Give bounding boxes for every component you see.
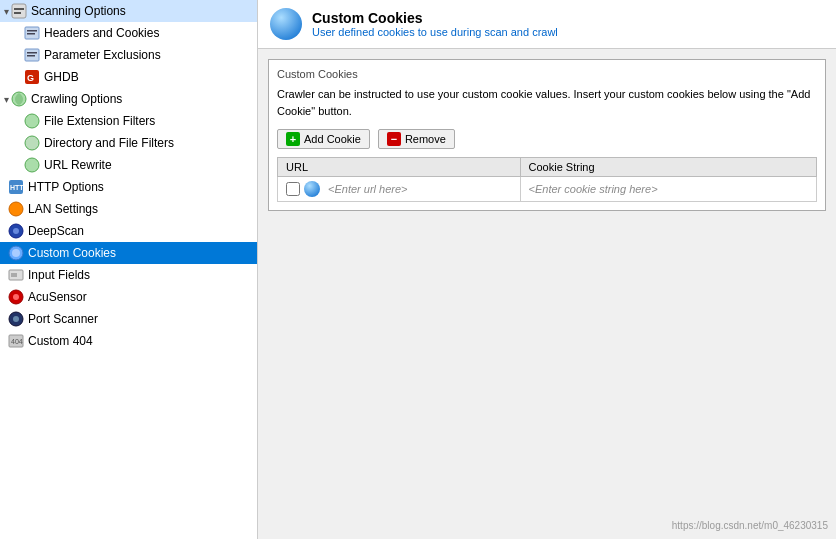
sidebar-item-deepscan[interactable]: DeepScan [0,220,257,242]
sidebar-item-headers[interactable]: Headers and Cookies [0,22,257,44]
row-icon [304,181,320,197]
sidebar-item-custom-cookies[interactable]: Custom Cookies [0,242,257,264]
cookie-cell: <Enter cookie string here> [520,177,816,202]
svg-point-25 [13,294,19,300]
content-panel: Custom Cookies User defined cookies to u… [258,0,836,539]
dir-icon [24,135,40,151]
lan-icon [8,201,24,217]
sidebar-label-file-ext: File Extension Filters [44,114,155,128]
sidebar-label-deepscan: DeepScan [28,224,84,238]
svg-rect-5 [27,33,35,35]
sidebar-item-custom404[interactable]: 404 Custom 404 [0,330,257,352]
sidebar-label-ghdb: GHDB [44,70,79,84]
content-subtitle: User defined cookies to use during scan … [312,26,558,38]
sidebar-label-scanning: Scanning Options [31,4,126,18]
sidebar-item-url-rewrite[interactable]: URL Rewrite [0,154,257,176]
main-container: ▾ Scanning Options Headers and Cookies P… [0,0,836,539]
deep-icon [8,223,24,239]
svg-rect-23 [11,273,17,277]
svg-point-12 [25,114,39,128]
sidebar-label-input: Input Fields [28,268,90,282]
url-cell: <Enter url here> [278,177,521,202]
sidebar-item-lan[interactable]: LAN Settings [0,198,257,220]
http-icon: HTTP [8,179,24,195]
acusensor-icon [8,289,24,305]
content-body: Custom Cookies Crawler can be instructed… [258,49,836,539]
sidebar-item-scanning-options[interactable]: ▾ Scanning Options [0,0,257,22]
svg-rect-7 [27,52,37,54]
row-checkbox[interactable] [286,182,300,196]
file-ext-icon [24,113,40,129]
add-icon: + [286,132,300,146]
headers-icon [24,25,40,41]
sidebar-item-param-exclusions[interactable]: Parameter Exclusions [0,44,257,66]
sidebar-label-lan: LAN Settings [28,202,98,216]
svg-text:G: G [27,73,34,83]
content-header: Custom Cookies User defined cookies to u… [258,0,836,49]
custom-cookies-panel: Custom Cookies Crawler can be instructed… [268,59,826,211]
sidebar-label-url: URL Rewrite [44,158,112,172]
sidebar-item-port-scanner[interactable]: Port Scanner [0,308,257,330]
content-title: Custom Cookies [312,10,558,26]
svg-point-17 [9,202,23,216]
add-button-label: Add Cookie [304,133,361,145]
cookie-icon [8,245,24,261]
scan-icon [11,3,27,19]
sidebar-item-input-fields[interactable]: Input Fields [0,264,257,286]
input-icon [8,267,24,283]
svg-text:404: 404 [11,338,23,345]
sidebar-label-http: HTTP Options [28,180,104,194]
svg-point-27 [13,316,19,322]
sidebar: ▾ Scanning Options Headers and Cookies P… [0,0,258,539]
svg-rect-8 [27,55,35,57]
sidebar-item-dir-filters[interactable]: Directory and File Filters [0,132,257,154]
expand-arrow-scan: ▾ [4,6,9,17]
table-row: <Enter url here> <Enter cookie string he… [278,177,817,202]
col-cookie: Cookie String [520,158,816,177]
sidebar-label-cookies: Custom Cookies [28,246,116,260]
sidebar-label-custom404: Custom 404 [28,334,93,348]
add-cookie-button[interactable]: + Add Cookie [277,129,370,149]
custom404-icon: 404 [8,333,24,349]
ghdb-icon: G [24,69,40,85]
sidebar-label-dir: Directory and File Filters [44,136,174,150]
sidebar-label-headers: Headers and Cookies [44,26,159,40]
svg-point-14 [25,158,39,172]
svg-rect-0 [12,4,26,18]
sidebar-label-crawling: Crawling Options [31,92,122,106]
sidebar-label-acusensor: AcuSensor [28,290,87,304]
remove-button-label: Remove [405,133,446,145]
svg-point-13 [25,136,39,150]
svg-rect-1 [14,8,24,10]
panel-desc: Crawler can be instructed to use your cu… [277,86,817,119]
col-url: URL [278,158,521,177]
svg-rect-4 [27,30,37,32]
sidebar-item-acusensor[interactable]: AcuSensor [0,286,257,308]
svg-rect-2 [14,12,21,14]
sidebar-item-ghdb[interactable]: G GHDB [0,66,257,88]
svg-point-21 [12,249,20,257]
url-value: <Enter url here> [328,183,408,195]
sidebar-item-file-ext[interactable]: File Extension Filters [0,110,257,132]
remove-icon: − [387,132,401,146]
url-cell-content: <Enter url here> [286,181,512,197]
toolbar: + Add Cookie − Remove [277,129,817,149]
port-icon [8,311,24,327]
content-header-text: Custom Cookies User defined cookies to u… [312,10,558,38]
param-icon [24,47,40,63]
sidebar-label-param: Parameter Exclusions [44,48,161,62]
content-header-icon [270,8,302,40]
panel-title: Custom Cookies [277,68,817,80]
svg-point-19 [13,228,19,234]
cookie-table: URL Cookie String <Enter url here> [277,157,817,202]
remove-button[interactable]: − Remove [378,129,455,149]
expand-arrow-crawl: ▾ [4,94,9,105]
crawl-icon [11,91,27,107]
svg-text:HTTP: HTTP [10,184,24,191]
sidebar-item-http[interactable]: HTTP HTTP Options [0,176,257,198]
url-icon [24,157,40,173]
cookie-value: <Enter cookie string here> [529,183,658,195]
sidebar-item-crawling[interactable]: ▾ Crawling Options [0,88,257,110]
sidebar-label-port: Port Scanner [28,312,98,326]
